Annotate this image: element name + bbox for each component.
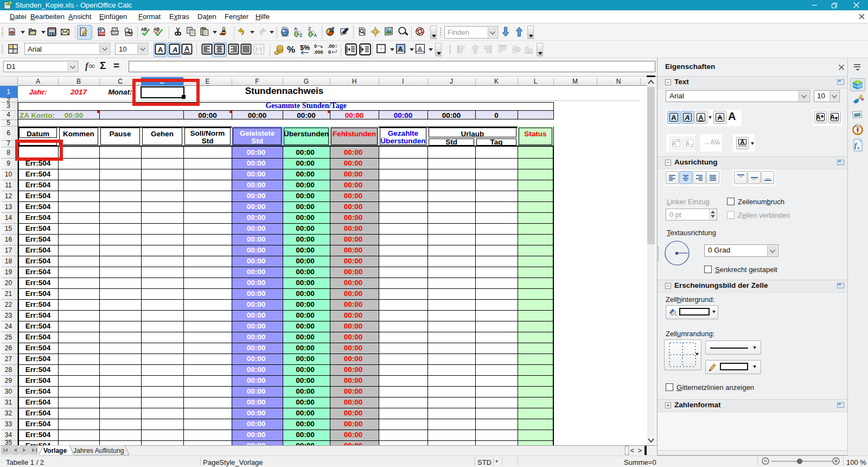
svg-text:$%: $% [300, 44, 310, 52]
svg-text:.00: .00 [328, 43, 335, 49]
svg-text:AB: AB [141, 27, 147, 32]
svg-text:A: A [418, 46, 422, 52]
svg-text:A: A [398, 46, 403, 52]
svg-text:x: x [857, 145, 860, 150]
svg-text:PDF: PDF [99, 32, 106, 35]
svg-text:0: 0 [335, 43, 337, 49]
svg-text:%: % [287, 45, 295, 54]
svg-text:A: A [184, 45, 189, 53]
svg-text:.000: .000 [314, 49, 323, 55]
svg-text:Z: Z [308, 27, 311, 31]
svg-text:A: A [172, 46, 177, 54]
svg-text:Z: Z [299, 33, 302, 37]
svg-text:A: A [294, 27, 297, 31]
svg-text:A: A [314, 33, 317, 37]
svg-text:0: 0 [328, 49, 331, 55]
svg-text:0: 0 [314, 43, 317, 49]
svg-text:N: N [857, 124, 859, 128]
svg-text:A: A [158, 46, 163, 54]
